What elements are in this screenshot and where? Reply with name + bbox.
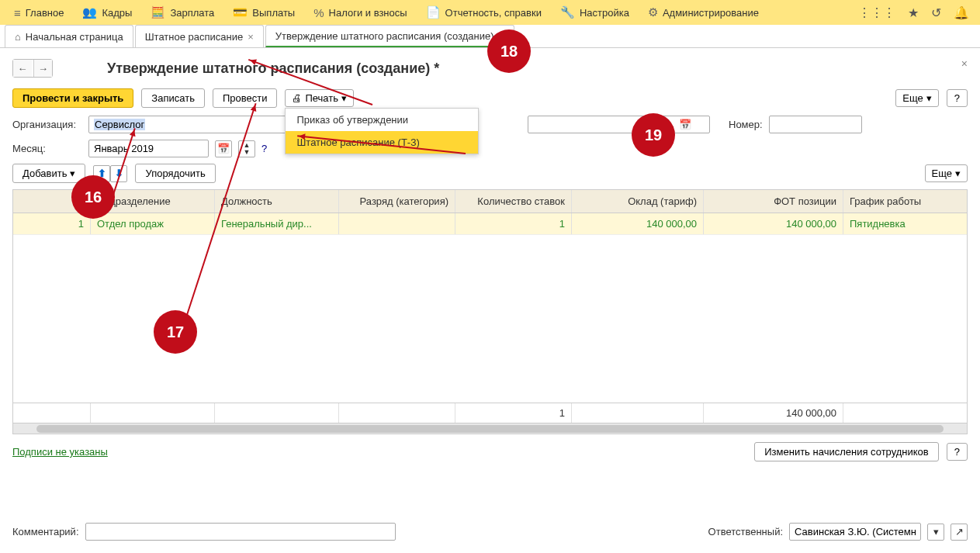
footer-count: 1 — [455, 403, 572, 423]
nav-back-forward: ← → — [12, 59, 53, 78]
grid-footer: 1 140 000,00 — [13, 403, 967, 423]
print-menu-order[interactable]: Приказ об утверждении — [286, 109, 478, 131]
print-menu: Приказ об утверждении Штатное расписание… — [285, 108, 479, 154]
apps-icon[interactable]: ⋮⋮⋮ — [852, 5, 902, 20]
nav-nalogi[interactable]: %Налоги и взносы — [304, 0, 416, 25]
nav-label: Кадры — [102, 7, 132, 19]
help-button[interactable]: ? — [947, 89, 968, 107]
chevron-down-icon: ▾ — [70, 168, 75, 179]
write-button[interactable]: Записать — [141, 88, 205, 108]
col-fot[interactable]: ФОТ позиции — [704, 190, 843, 213]
responsible-input[interactable] — [789, 523, 921, 541]
change-accruals-button[interactable]: Изменить начисления сотрудников — [754, 442, 939, 461]
form-row-month: Месяц: 📅 ▲▼ ? — [12, 140, 968, 157]
org-input[interactable]: Сервислог — [88, 116, 300, 133]
home-icon: ⌂ — [15, 31, 21, 43]
nav-main[interactable]: ≡Главное — [5, 0, 73, 25]
star-icon[interactable]: ★ — [902, 5, 925, 20]
grid-more-button[interactable]: Еще ▾ — [925, 164, 968, 182]
print-button[interactable]: 🖨Печать▾ — [285, 89, 354, 107]
menu-icon: ≡ — [14, 6, 21, 19]
comment-input[interactable] — [85, 523, 397, 541]
nav-admin[interactable]: ⚙Администрирование — [639, 0, 768, 25]
help-button-2[interactable]: ? — [947, 443, 968, 461]
horizontal-scrollbar[interactable] — [13, 423, 967, 434]
wrench-icon: 🔧 — [560, 5, 575, 19]
cell-category — [339, 213, 455, 234]
nav-vyplaty[interactable]: 💳Выплаты — [223, 0, 304, 25]
back-button[interactable]: ← — [13, 60, 32, 77]
nav-label: Выплаты — [252, 7, 295, 19]
tab-home[interactable]: ⌂Начальная страница — [5, 25, 133, 47]
chevron-down-icon: ▾ — [926, 92, 932, 104]
chevron-down-icon[interactable]: ▾ — [927, 524, 944, 541]
gear-icon: ⚙ — [648, 5, 658, 19]
nav-label: Главное — [26, 7, 64, 19]
col-schedule[interactable]: График работы — [843, 190, 967, 213]
tab-label: Начальная страница — [26, 31, 123, 43]
close-page-button[interactable]: × — [961, 57, 968, 70]
nav-otchetnost[interactable]: 📄Отчетность, справки — [417, 0, 551, 25]
help-link[interactable]: ? — [261, 143, 267, 154]
nav-nastroyka[interactable]: 🔧Настройка — [551, 0, 639, 25]
annotation-16: 16 — [71, 175, 115, 219]
print-menu-t3[interactable]: Штатное расписание (Т-3) — [286, 131, 478, 154]
calendar-icon[interactable]: 📅 — [215, 140, 232, 157]
signatures-link[interactable]: Подписи не указаны — [12, 446, 108, 458]
table-row[interactable]: 1 Отдел продаж Генеральный дир... 1 140 … — [13, 213, 967, 235]
month-input[interactable] — [88, 140, 209, 157]
annotation-17: 17 — [154, 310, 197, 354]
tab-label: Штатное расписание — [145, 31, 244, 43]
col-salary[interactable]: Оклад (тариф) — [572, 190, 704, 213]
col-position[interactable]: Должность — [215, 190, 339, 213]
more-label: Еще — [902, 92, 923, 104]
calc-icon: 🧮 — [151, 5, 165, 19]
more-button[interactable]: Еще ▾ — [895, 89, 938, 107]
nav-label: Отчетность, справки — [445, 7, 542, 19]
cell-count: 1 — [455, 213, 572, 234]
percent-icon: % — [313, 6, 324, 19]
cell-subdivision: Отдел продаж — [91, 213, 215, 234]
forward-button[interactable]: → — [33, 60, 52, 77]
nav-label: Настройка — [580, 7, 629, 19]
chevron-down-icon: ▾ — [955, 168, 961, 179]
cell-salary: 140 000,00 — [572, 213, 704, 234]
cell-position: Генеральный дир... — [215, 213, 339, 234]
annotation-18: 18 — [487, 29, 531, 73]
top-nav: ≡Главное 👥Кадры 🧮Зарплата 💳Выплаты %Нало… — [0, 0, 980, 25]
add-label: Добавить — [23, 168, 67, 179]
calendar-icon[interactable]: 📅 — [679, 119, 691, 130]
tab-label: Утверждение штатного расписания (создани… — [275, 30, 494, 42]
open-icon[interactable]: ↗ — [951, 524, 968, 541]
form-row-org: Организация: Сервислог Дата: 📅 Номер: — [12, 116, 968, 133]
people-icon: 👥 — [82, 5, 97, 19]
nomer-label: Номер: — [729, 119, 763, 130]
post-button[interactable]: Провести — [213, 88, 278, 108]
post-and-close-button[interactable]: Провести и закрыть — [12, 88, 133, 108]
close-icon[interactable]: × — [248, 31, 254, 43]
nav-label: Администрирование — [663, 7, 759, 19]
tab-approval[interactable]: Утверждение штатного расписания (создани… — [265, 25, 514, 47]
history-icon[interactable]: ↺ — [925, 5, 947, 20]
bell-icon[interactable]: 🔔 — [947, 5, 975, 20]
cell-schedule: Пятидневка — [843, 213, 967, 234]
nav-label: Налоги и взносы — [329, 7, 407, 19]
order-button[interactable]: Упорядочить — [135, 164, 215, 183]
doc-icon: 📄 — [426, 5, 441, 19]
comment-label: Комментарий: — [12, 526, 79, 537]
col-category[interactable]: Разряд (категория) — [339, 190, 455, 213]
footer-row: Комментарий: Ответственный: ▾ ↗ — [12, 523, 968, 541]
footer-fot: 140 000,00 — [704, 403, 843, 423]
main-toolbar: Провести и закрыть Записать Провести 🖨Пе… — [12, 88, 968, 108]
cell-fot: 140 000,00 — [704, 213, 843, 234]
add-button[interactable]: Добавить ▾ — [12, 164, 85, 183]
col-count[interactable]: Количество ставок — [455, 190, 572, 213]
responsible-label: Ответственный: — [708, 526, 783, 537]
org-label: Организация: — [12, 119, 82, 130]
more-label: Еще — [932, 168, 952, 179]
nav-kadry[interactable]: 👥Кадры — [73, 0, 141, 25]
tab-staff-list[interactable]: Штатное расписание× — [135, 25, 264, 47]
nomer-input[interactable] — [769, 116, 862, 133]
nav-zarplata[interactable]: 🧮Зарплата — [141, 0, 223, 25]
month-label: Месяц: — [12, 143, 82, 154]
